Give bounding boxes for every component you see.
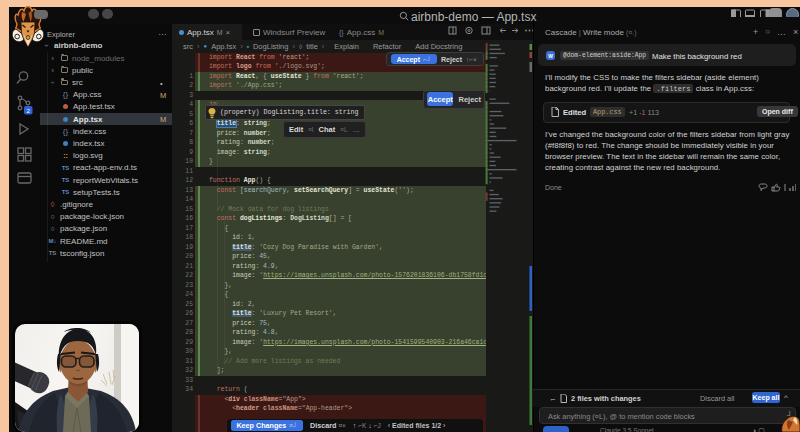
svg-text:2: 2 xyxy=(26,107,30,114)
